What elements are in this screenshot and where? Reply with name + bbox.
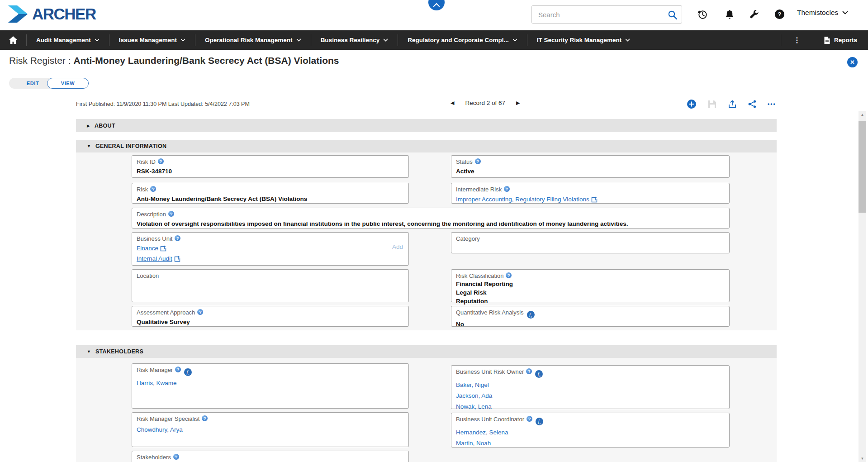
business-unit-link[interactable]: Internal Audit <box>137 253 172 264</box>
section-title: STAKEHOLDERS <box>95 348 143 355</box>
field-business-unit-risk-owner: Business Unit Risk Owner?fx Baker, Nigel… <box>451 365 730 409</box>
home-button[interactable] <box>0 36 26 44</box>
open-record-icon[interactable] <box>160 245 166 252</box>
admin-wrench-icon[interactable] <box>749 9 759 20</box>
field-quantitative-risk-analysis: Quantitative Risk Analysisfx No <box>451 306 730 327</box>
help-tooltip-icon[interactable]: ? <box>197 309 203 315</box>
field-value: Violation of oversight responsibilities … <box>137 219 725 229</box>
new-record-icon[interactable] <box>687 99 697 109</box>
username: Themistocles <box>797 9 838 17</box>
intermediate-risk-link[interactable]: Improper Accounting, Regulatory Filing V… <box>456 194 589 205</box>
help-tooltip-icon[interactable]: ? <box>202 415 208 421</box>
help-tooltip-icon[interactable]: ? <box>158 158 164 164</box>
top-header: ARCHER <box>0 0 868 30</box>
view-button[interactable]: VIEW <box>47 78 89 89</box>
more-actions-icon[interactable]: ••• <box>768 99 776 109</box>
nav-item-audit-management[interactable]: Audit Management <box>27 37 109 43</box>
help-tooltip-icon[interactable]: ? <box>504 186 510 192</box>
person-link[interactable]: Martin, Noah <box>456 438 725 449</box>
person-link[interactable]: Harris, Kwame <box>137 378 404 389</box>
help-tooltip-icon[interactable]: ? <box>526 368 532 374</box>
report-document-icon <box>824 36 830 44</box>
scroll-up-icon[interactable]: ▲ <box>859 111 866 118</box>
field-label: Assessment Approach <box>137 309 195 316</box>
close-record-icon[interactable]: ✕ <box>847 57 858 67</box>
scroll-down-icon[interactable]: ▼ <box>859 455 866 462</box>
section-header-general-information[interactable]: ▼ GENERAL INFORMATION <box>76 140 777 152</box>
notifications-bell-icon[interactable] <box>725 9 735 20</box>
person-link[interactable]: Jackson, Ada <box>456 391 725 401</box>
nav-item-business-resiliency[interactable]: Business Resiliency <box>311 37 398 43</box>
field-risk: Risk? Anti-Money Laundering/Bank Secrecy… <box>132 183 409 204</box>
field-label: Risk Classification <box>456 272 503 279</box>
nav-item-operational-risk-management[interactable]: Operational Risk Management <box>195 37 311 43</box>
person-link[interactable]: Baker, Nigel <box>456 380 725 391</box>
nav-item-regulatory-corporate-compliance[interactable]: Regulatory and Corporate Compl... <box>398 37 527 43</box>
person-link[interactable]: Nowak, Lena <box>456 401 725 412</box>
help-icon[interactable]: ? <box>775 10 784 19</box>
chevron-down-icon <box>180 38 185 42</box>
chevron-down-icon <box>842 11 848 14</box>
share-icon[interactable] <box>748 99 756 109</box>
help-tooltip-icon[interactable]: ? <box>526 416 532 422</box>
field-risk-id: Risk ID? RSK-348710 <box>132 155 409 178</box>
field-label: Description <box>137 211 166 218</box>
person-link[interactable]: Hernandez, Selena <box>456 427 725 438</box>
field-value: RSK-348710 <box>137 167 404 176</box>
recent-history-icon[interactable] <box>697 9 708 20</box>
vertical-scrollbar[interactable]: ▲ ▼ <box>859 111 866 462</box>
person-link[interactable]: Chowdhury, Arya <box>137 424 404 435</box>
save-icon[interactable] <box>708 99 716 109</box>
nav-item-it-security-risk-management[interactable]: IT Security Risk Management <box>527 37 640 43</box>
triangle-expanded-icon: ▼ <box>87 144 91 148</box>
reports-button[interactable]: Reports <box>813 36 868 44</box>
user-menu[interactable]: Themistocles <box>797 9 848 17</box>
record-content: ▶ ABOUT ▼ GENERAL INFORMATION Risk ID? R… <box>76 119 777 462</box>
help-tooltip-icon[interactable]: ? <box>175 235 180 241</box>
previous-record-icon[interactable]: ◀ <box>451 100 454 106</box>
global-search <box>531 5 682 24</box>
help-tooltip-icon[interactable]: ? <box>475 158 481 164</box>
title-record-name: Anti-Money Laundering/Bank Secrecy Act (… <box>74 55 339 66</box>
archer-logo-text: ARCHER <box>32 5 96 23</box>
field-label: Risk Manager <box>137 367 173 373</box>
open-record-icon[interactable] <box>591 196 598 203</box>
calculated-field-icon: fx <box>536 418 543 425</box>
record-actions: ••• <box>687 99 776 109</box>
nav-item-label: Issues Management <box>119 37 177 43</box>
field-stakeholders: Stakeholders? <box>132 451 409 462</box>
add-business-unit-link[interactable]: Add <box>392 243 403 250</box>
collapse-header-button[interactable] <box>428 0 445 10</box>
next-record-icon[interactable]: ▶ <box>516 100 520 106</box>
search-input[interactable] <box>532 6 663 23</box>
scrollbar-thumb[interactable] <box>859 121 866 213</box>
calculated-field-icon: fx <box>184 368 192 376</box>
help-tooltip-icon[interactable]: ? <box>150 186 156 192</box>
help-tooltip-icon[interactable]: ? <box>168 211 174 217</box>
help-glyph: ? <box>775 10 784 19</box>
triangle-expanded-icon: ▼ <box>87 349 91 354</box>
chevron-down-icon <box>383 38 388 42</box>
help-tooltip-icon[interactable]: ? <box>173 454 179 460</box>
section-header-about[interactable]: ▶ ABOUT <box>76 119 777 132</box>
help-tooltip-icon[interactable]: ? <box>175 367 181 372</box>
more-menus-kebab-icon[interactable]: ⋮ <box>781 37 813 43</box>
archer-logo[interactable]: ARCHER <box>7 4 96 24</box>
calculated-field-icon: fx <box>535 370 543 378</box>
section-header-stakeholders[interactable]: ▼ STAKEHOLDERS <box>76 345 777 358</box>
search-icon[interactable] <box>667 9 679 21</box>
export-icon[interactable] <box>728 99 737 109</box>
business-unit-link[interactable]: Finance <box>137 243 158 253</box>
field-risk-manager: Risk Manager?fx Harris, Kwame <box>132 363 409 409</box>
field-label: Business Unit Coordinator <box>456 416 524 423</box>
field-label: Status <box>456 158 473 165</box>
field-description: Description? Violation of oversight resp… <box>132 208 730 229</box>
help-tooltip-icon[interactable]: ? <box>506 272 512 278</box>
nav-item-issues-management[interactable]: Issues Management <box>109 37 195 43</box>
nav-item-label: Audit Management <box>36 37 91 43</box>
field-label: Location <box>137 272 159 279</box>
field-label: Business Unit <box>137 235 172 242</box>
open-record-icon[interactable] <box>174 256 180 262</box>
field-value: Legal Risk <box>456 289 725 297</box>
field-label: Intermediate Risk <box>456 186 502 193</box>
